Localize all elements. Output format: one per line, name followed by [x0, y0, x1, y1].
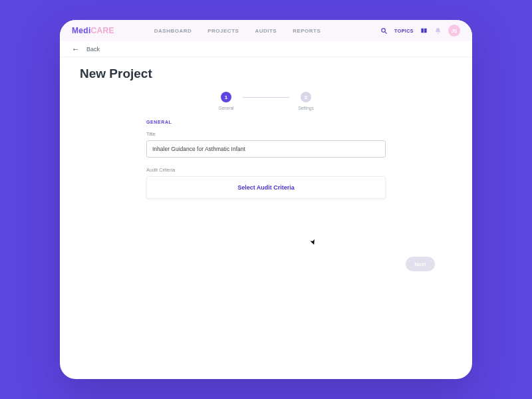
nav-audits[interactable]: AUDITS [255, 28, 277, 34]
svg-point-0 [382, 28, 386, 32]
brand-part1: Medi [72, 26, 91, 35]
section-label: GENERAL [146, 120, 386, 124]
back-bar[interactable]: ← Back [60, 41, 472, 57]
step-2-label: Settings [298, 106, 314, 110]
step-2-circle: 2 [301, 92, 311, 102]
audit-criteria-block: Audit Criteria Select Audit Criteria [146, 167, 386, 199]
header-actions: TOPICS JS [380, 25, 460, 37]
step-1-label: General [218, 106, 233, 110]
content-area: New Project 1 General 2 Settings GENERAL… [60, 57, 472, 208]
main-nav: DASHBOARD PROJECTS AUDITS REPORTS [154, 28, 321, 34]
book-icon[interactable] [420, 27, 428, 35]
back-label: Back [86, 46, 100, 53]
app-header: MediCARE DASHBOARD PROJECTS AUDITS REPOR… [60, 20, 472, 41]
title-label: Title [146, 131, 386, 137]
svg-line-1 [385, 31, 387, 33]
title-input[interactable] [146, 140, 386, 158]
back-arrow-icon: ← [72, 45, 80, 53]
nav-projects[interactable]: PROJECTS [207, 28, 239, 34]
cursor-icon: ➤ [308, 238, 318, 247]
select-audit-criteria-button[interactable]: Select Audit Criteria [146, 176, 386, 199]
brand-part2: CARE [91, 26, 114, 35]
avatar[interactable]: JS [448, 25, 460, 37]
audit-label: Audit Criteria [146, 167, 386, 173]
form: GENERAL Title Audit Criteria Select Audi… [146, 120, 386, 199]
topics-link[interactable]: TOPICS [394, 29, 414, 33]
brand-logo[interactable]: MediCARE [72, 26, 114, 35]
app-window: MediCARE DASHBOARD PROJECTS AUDITS REPOR… [60, 20, 472, 379]
step-1-circle: 1 [221, 92, 231, 102]
stepper: 1 General 2 Settings [209, 92, 323, 110]
next-button[interactable]: Next [406, 257, 435, 271]
nav-dashboard[interactable]: DASHBOARD [154, 28, 192, 34]
bell-icon[interactable] [434, 27, 442, 35]
nav-reports[interactable]: REPORTS [293, 28, 321, 34]
page-title: New Project [80, 66, 452, 81]
step-connector [243, 97, 289, 98]
step-general[interactable]: 1 General [209, 92, 243, 110]
step-settings[interactable]: 2 Settings [289, 92, 323, 110]
search-icon[interactable] [380, 27, 388, 35]
